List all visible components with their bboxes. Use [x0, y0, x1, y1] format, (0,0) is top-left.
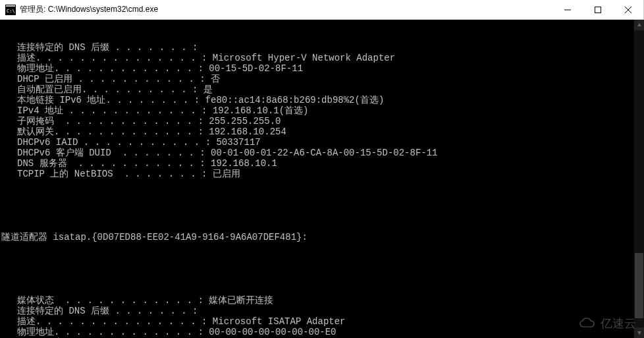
dots-separator: . . . . . . . . . . . .: [54, 295, 198, 306]
adapter1-row: DHCP 已启用 . . . . . . . . . . . : 否: [1, 74, 644, 84]
property-value: 媒体已断开连接: [209, 295, 273, 306]
property-label: 媒体状态: [17, 295, 54, 306]
cloud-icon: [578, 318, 597, 329]
dots-separator: . . . . . . . . . . . . . . .: [36, 53, 201, 63]
property-value: 是: [203, 84, 213, 95]
window-title: 管理员: C:\Windows\system32\cmd.exe: [20, 4, 552, 15]
property-label: 物理地址: [17, 327, 54, 337]
adapter1-row: DNS 服务器 . . . . . . . . . . . : 192.168.…: [1, 158, 644, 169]
watermark-text: 亿速云: [601, 316, 636, 331]
property-label: 连接特定的 DNS 后缀: [17, 42, 109, 53]
dots-separator: . . . . . . . . . . . . . . .: [36, 316, 201, 327]
property-value: Microsoft ISATAP Adapter: [213, 316, 346, 327]
dots-separator: . . . . . . . . . . . . .: [54, 327, 198, 337]
property-label: 默认网关: [17, 127, 54, 137]
property-value: 192.168.10.1(首选): [213, 105, 309, 116]
dots-separator: . . . . . . . . . . .: [78, 137, 205, 148]
window-controls: [552, 0, 643, 19]
dots-separator: . . . . . . . . . . . .: [63, 105, 201, 116]
property-label: 子网掩码: [17, 116, 54, 127]
dots-separator: . . . . . . . . . . . . .: [54, 63, 198, 74]
property-label: 物理地址: [17, 63, 54, 74]
property-label: TCPIP 上的 NetBIOS: [17, 169, 113, 179]
dots-separator: . . . . . . . . . . .: [67, 158, 200, 169]
property-value: 255.255.255.0: [209, 116, 281, 127]
property-value: Microsoft Hyper-V Network Adapter: [213, 53, 395, 63]
property-label: DHCPv6 IAID: [17, 137, 78, 148]
blank-line: [1, 264, 644, 274]
property-value: 00-15-5D-02-8F-11: [209, 63, 303, 74]
dots-separator: . . . . . . . . . . . . .: [54, 127, 198, 137]
property-value: 192.168.10.254: [209, 127, 286, 137]
dots-separator: . . . . . . . . . . . .: [54, 116, 198, 127]
dots-separator: . . . . . . .: [109, 42, 192, 53]
terminal-output[interactable]: 连接特定的 DNS 后缀 . . . . . . . : 描述. . . . .…: [0, 20, 644, 338]
property-value: fe80::ac14:8a68:b269:db98%2(首选): [205, 95, 385, 105]
adapter2-row: 物理地址. . . . . . . . . . . . . : 00-00-00…: [1, 327, 644, 337]
adapter1-row: 本地链接 IPv6 地址. . . . . . . . : fe80::ac14…: [1, 95, 644, 105]
cmd-icon: C:\: [5, 5, 16, 15]
adapter1-row: 自动配置已启用. . . . . . . . . . : 是: [1, 84, 644, 95]
vertical-scrollbar[interactable]: [633, 20, 644, 338]
close-button[interactable]: [613, 0, 643, 19]
dots-separator: . . . . . . .: [113, 169, 201, 179]
dots-separator: . . . . . . . . . .: [82, 84, 192, 95]
property-label: 自动配置已启用: [17, 84, 82, 95]
adapter1-row: 描述. . . . . . . . . . . . . . . : Micros…: [1, 53, 644, 63]
adapter1-row: 子网掩码 . . . . . . . . . . . . : 255.255.2…: [1, 116, 644, 127]
adapter2-row: 描述. . . . . . . . . . . . . . . : Micros…: [1, 316, 644, 327]
scroll-up-button[interactable]: [634, 20, 644, 30]
network-adapter-block-1: 连接特定的 DNS 后缀 . . . . . . . : 描述. . . . .…: [1, 42, 644, 179]
adapter2-row: 连接特定的 DNS 后缀 . . . . . . . :: [1, 306, 644, 316]
property-value: 00-00-00-00-00-00-00-E0: [209, 327, 336, 337]
property-value: 否: [211, 74, 220, 84]
svg-text:C:\: C:\: [7, 9, 15, 14]
blank-line: [1, 200, 644, 211]
title-bar: C:\ 管理员: C:\Windows\system32\cmd.exe: [0, 0, 644, 20]
property-label: DNS 服务器: [17, 158, 67, 169]
tunnel-adapter-header: 隧道适配器 isatap.{0D07ED88-EE02-41A9-9164-9A…: [1, 232, 644, 242]
property-value: 192.168.10.1: [211, 158, 277, 169]
scrollbar-thumb[interactable]: [635, 253, 643, 318]
property-label: DHCP 已启用: [17, 74, 72, 84]
network-adapter-block-2: 媒体状态 . . . . . . . . . . . . : 媒体已断开连接 连…: [1, 295, 644, 338]
property-label: 本地链接 IPv6 地址: [17, 95, 105, 105]
dots-separator: . . . . . . .: [109, 306, 192, 316]
adapter1-row: DHCPv6 IAID . . . . . . . . . . . : 5033…: [1, 137, 644, 148]
minimize-button[interactable]: [552, 0, 583, 19]
property-label: IPv4 地址: [17, 105, 63, 116]
adapter1-row: 默认网关. . . . . . . . . . . . . : 192.168.…: [1, 127, 644, 137]
adapter1-row: DHCPv6 客户端 DUID . . . . . . . : 00-01-00…: [1, 148, 644, 158]
property-value: 50337117: [216, 137, 260, 148]
adapter2-row: 媒体状态 . . . . . . . . . . . . : 媒体已断开连接: [1, 295, 644, 306]
dots-separator: . . . . . . .: [111, 148, 200, 158]
property-value: 00-01-00-01-22-A6-CA-8A-00-15-5D-02-8F-1…: [211, 148, 437, 158]
dots-separator: . . . . . . . .: [105, 95, 194, 105]
watermark: 亿速云: [578, 316, 636, 331]
svg-rect-4: [595, 7, 601, 13]
property-value: 已启用: [213, 169, 240, 179]
property-label: DHCPv6 客户端 DUID: [17, 148, 111, 158]
adapter1-row: IPv4 地址 . . . . . . . . . . . . : 192.16…: [1, 105, 644, 116]
property-label: 描述: [17, 53, 36, 63]
svg-rect-1: [6, 5, 15, 7]
property-label: 描述: [17, 316, 36, 327]
dots-separator: . . . . . . . . . . .: [72, 74, 200, 84]
property-label: 连接特定的 DNS 后缀: [17, 306, 109, 316]
scrollbar-track[interactable]: [634, 30, 644, 327]
adapter1-row: 连接特定的 DNS 后缀 . . . . . . . :: [1, 42, 644, 53]
adapter1-row: 物理地址. . . . . . . . . . . . . : 00-15-5D…: [1, 63, 644, 74]
maximize-button[interactable]: [583, 0, 613, 19]
adapter1-row: TCPIP 上的 NetBIOS . . . . . . . : 已启用: [1, 169, 644, 179]
